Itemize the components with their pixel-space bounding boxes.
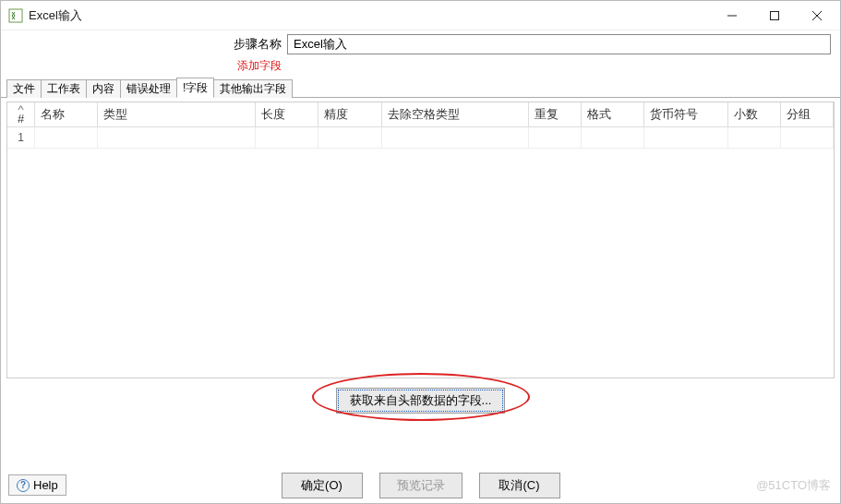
cell[interactable] (728, 127, 781, 149)
col-header[interactable]: 精度 (318, 102, 381, 127)
cell[interactable] (318, 127, 381, 149)
titlebar: Excel输入 (1, 1, 840, 30)
preview-button[interactable]: 预览记录 (379, 473, 463, 498)
col-header[interactable]: 去除空格类型 (381, 102, 528, 127)
col-header[interactable]: 长度 (256, 102, 318, 127)
cell[interactable]: 1 (7, 127, 35, 149)
grid-header-row: ^#名称类型长度精度去除空格类型重复格式货币符号小数分组 (7, 102, 834, 127)
tab-5[interactable]: 其他输出字段 (213, 79, 293, 98)
tab-1[interactable]: 工作表 (41, 79, 87, 98)
svg-rect-2 (771, 11, 779, 19)
footer: ? Help 确定(O) 预览记录 取消(C) (8, 474, 833, 496)
fields-grid[interactable]: ^#名称类型长度精度去除空格类型重复格式货币符号小数分组 1 (6, 102, 835, 378)
maximize-button[interactable] (753, 2, 796, 30)
window-title: Excel输入 (29, 7, 82, 24)
window-controls (711, 2, 838, 30)
cancel-button[interactable]: 取消(C) (479, 473, 560, 498)
grid-wrap: ^#名称类型长度精度去除空格类型重复格式货币符号小数分组 1 (1, 98, 840, 378)
table-row[interactable]: 1 (7, 127, 834, 149)
cell[interactable] (98, 127, 256, 149)
cell[interactable] (581, 127, 643, 149)
col-header[interactable]: 名称 (35, 102, 98, 127)
ok-button[interactable]: 确定(O) (282, 473, 363, 498)
tab-4[interactable]: !字段 (176, 78, 214, 98)
tabs: 文件工作表内容错误处理!字段其他输出字段 (1, 78, 840, 98)
col-header[interactable]: 货币符号 (644, 102, 728, 127)
cell[interactable] (644, 127, 728, 149)
cell[interactable] (256, 127, 318, 149)
help-label: Help (33, 478, 58, 492)
get-header-fields-button[interactable]: 获取来自头部数据的字段... (336, 388, 506, 414)
tab-2[interactable]: 内容 (86, 79, 121, 98)
step-name-row: 步骤名称 (1, 30, 840, 56)
cell[interactable] (381, 127, 528, 149)
minimize-button[interactable] (711, 2, 753, 30)
col-header[interactable]: 类型 (98, 102, 256, 127)
col-header[interactable]: ^# (7, 102, 35, 127)
col-header[interactable]: 分组 (781, 102, 834, 127)
help-button[interactable]: ? Help (8, 474, 66, 496)
tab-3[interactable]: 错误处理 (120, 79, 177, 98)
app-icon (8, 8, 23, 23)
get-fields-row: 获取来自头部数据的字段... (1, 378, 840, 419)
dialog-buttons: 确定(O) 预览记录 取消(C) (282, 473, 560, 498)
cell[interactable] (528, 127, 581, 149)
col-header[interactable]: 小数 (728, 102, 781, 127)
tab-0[interactable]: 文件 (6, 79, 42, 98)
cell[interactable] (35, 127, 98, 149)
step-name-input[interactable] (287, 34, 831, 54)
svg-rect-0 (9, 9, 22, 22)
col-header[interactable]: 重复 (528, 102, 581, 127)
cell[interactable] (781, 127, 834, 149)
add-fields-label: 添加字段 (10, 58, 287, 74)
step-name-label: 步骤名称 (10, 36, 287, 53)
close-button[interactable] (796, 2, 838, 30)
help-icon: ? (17, 479, 30, 492)
col-header[interactable]: 格式 (581, 102, 643, 127)
